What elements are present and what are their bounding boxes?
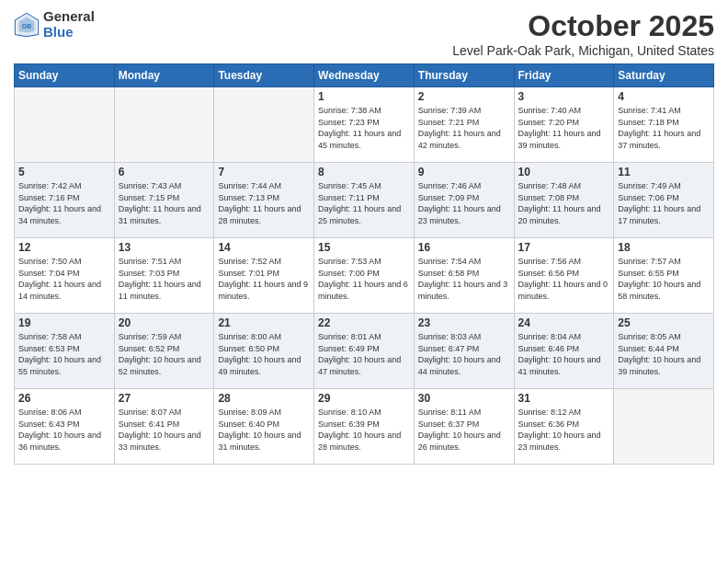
day-number: 19	[18, 316, 110, 329]
calendar-week-row: 12Sunrise: 7:50 AM Sunset: 7:04 PM Dayli…	[15, 238, 714, 314]
calendar-cell: 20Sunrise: 7:59 AM Sunset: 6:52 PM Dayli…	[114, 314, 214, 389]
day-number: 27	[119, 392, 210, 405]
calendar-cell: 24Sunrise: 8:04 AM Sunset: 6:46 PM Dayli…	[514, 314, 614, 389]
day-number: 5	[18, 166, 110, 178]
day-info: Sunrise: 8:09 AM Sunset: 6:40 PM Dayligh…	[218, 407, 310, 453]
col-saturday: Saturday	[614, 64, 714, 87]
day-number: 9	[418, 166, 510, 178]
calendar-cell: 7Sunrise: 7:44 AM Sunset: 7:13 PM Daylig…	[214, 163, 314, 238]
day-number: 7	[218, 166, 310, 178]
day-number: 21	[218, 316, 310, 329]
day-number: 14	[218, 241, 310, 254]
day-number: 4	[618, 90, 710, 103]
day-info: Sunrise: 7:59 AM Sunset: 6:52 PM Dayligh…	[119, 331, 210, 377]
location: Level Park-Oak Park, Michigan, United St…	[452, 43, 714, 58]
day-number: 18	[618, 241, 710, 254]
day-info: Sunrise: 7:46 AM Sunset: 7:09 PM Dayligh…	[418, 180, 510, 226]
day-number: 31	[518, 392, 610, 405]
svg-text:GB: GB	[22, 22, 32, 29]
calendar-cell: 15Sunrise: 7:53 AM Sunset: 7:00 PM Dayli…	[314, 238, 415, 314]
col-wednesday: Wednesday	[314, 64, 415, 87]
calendar-cell: 12Sunrise: 7:50 AM Sunset: 7:04 PM Dayli…	[15, 238, 115, 314]
calendar-cell: 16Sunrise: 7:54 AM Sunset: 6:58 PM Dayli…	[414, 238, 514, 314]
day-info: Sunrise: 7:56 AM Sunset: 6:56 PM Dayligh…	[518, 256, 610, 302]
logo-text: General Blue	[43, 9, 95, 40]
day-number: 8	[318, 166, 410, 178]
calendar-cell: 9Sunrise: 7:46 AM Sunset: 7:09 PM Daylig…	[414, 163, 514, 238]
day-info: Sunrise: 7:40 AM Sunset: 7:20 PM Dayligh…	[518, 105, 610, 151]
day-info: Sunrise: 7:58 AM Sunset: 6:53 PM Dayligh…	[18, 331, 110, 377]
day-number: 17	[518, 241, 610, 254]
day-info: Sunrise: 8:11 AM Sunset: 6:37 PM Dayligh…	[418, 407, 510, 453]
calendar-week-row: 26Sunrise: 8:06 AM Sunset: 6:43 PM Dayli…	[15, 389, 714, 465]
day-info: Sunrise: 7:48 AM Sunset: 7:08 PM Dayligh…	[518, 180, 610, 226]
day-info: Sunrise: 8:05 AM Sunset: 6:44 PM Dayligh…	[618, 331, 710, 377]
day-info: Sunrise: 7:54 AM Sunset: 6:58 PM Dayligh…	[418, 256, 510, 302]
day-info: Sunrise: 7:39 AM Sunset: 7:21 PM Dayligh…	[418, 105, 510, 151]
calendar-week-row: 5Sunrise: 7:42 AM Sunset: 7:16 PM Daylig…	[15, 163, 714, 238]
day-info: Sunrise: 7:57 AM Sunset: 6:55 PM Dayligh…	[618, 256, 710, 302]
day-number: 3	[518, 90, 610, 103]
calendar-cell: 17Sunrise: 7:56 AM Sunset: 6:56 PM Dayli…	[514, 238, 614, 314]
calendar-cell: 23Sunrise: 8:03 AM Sunset: 6:47 PM Dayli…	[414, 314, 514, 389]
col-monday: Monday	[114, 64, 214, 87]
calendar-cell: 19Sunrise: 7:58 AM Sunset: 6:53 PM Dayli…	[15, 314, 115, 389]
header: GB General Blue October 2025 Level Park-…	[14, 9, 714, 58]
day-info: Sunrise: 8:01 AM Sunset: 6:49 PM Dayligh…	[318, 331, 410, 377]
col-sunday: Sunday	[15, 64, 115, 87]
day-info: Sunrise: 8:07 AM Sunset: 6:41 PM Dayligh…	[119, 407, 210, 453]
day-info: Sunrise: 7:41 AM Sunset: 7:18 PM Dayligh…	[618, 105, 710, 151]
day-number: 26	[18, 392, 110, 405]
calendar-cell: 28Sunrise: 8:09 AM Sunset: 6:40 PM Dayli…	[214, 389, 314, 465]
calendar-cell: 29Sunrise: 8:10 AM Sunset: 6:39 PM Dayli…	[314, 389, 415, 465]
page-container: GB General Blue October 2025 Level Park-…	[0, 0, 728, 474]
calendar-cell	[15, 87, 115, 163]
day-info: Sunrise: 8:03 AM Sunset: 6:47 PM Dayligh…	[418, 331, 510, 377]
day-info: Sunrise: 7:52 AM Sunset: 7:01 PM Dayligh…	[218, 256, 310, 302]
col-tuesday: Tuesday	[214, 64, 314, 87]
day-info: Sunrise: 7:53 AM Sunset: 7:00 PM Dayligh…	[318, 256, 410, 302]
calendar-cell: 3Sunrise: 7:40 AM Sunset: 7:20 PM Daylig…	[514, 87, 614, 163]
day-number: 25	[618, 316, 710, 329]
day-number: 16	[418, 241, 510, 254]
day-info: Sunrise: 8:00 AM Sunset: 6:50 PM Dayligh…	[218, 331, 310, 377]
calendar-cell: 10Sunrise: 7:48 AM Sunset: 7:08 PM Dayli…	[514, 163, 614, 238]
calendar-cell: 25Sunrise: 8:05 AM Sunset: 6:44 PM Dayli…	[614, 314, 714, 389]
day-number: 15	[318, 241, 410, 254]
calendar-header-row: Sunday Monday Tuesday Wednesday Thursday…	[15, 64, 714, 87]
day-info: Sunrise: 8:12 AM Sunset: 6:36 PM Dayligh…	[518, 407, 610, 453]
day-info: Sunrise: 8:06 AM Sunset: 6:43 PM Dayligh…	[18, 407, 110, 453]
day-number: 29	[318, 392, 410, 405]
calendar-cell: 6Sunrise: 7:43 AM Sunset: 7:15 PM Daylig…	[114, 163, 214, 238]
day-number: 13	[119, 241, 210, 254]
day-number: 12	[18, 241, 110, 254]
calendar-cell: 26Sunrise: 8:06 AM Sunset: 6:43 PM Dayli…	[15, 389, 115, 465]
calendar-week-row: 19Sunrise: 7:58 AM Sunset: 6:53 PM Dayli…	[15, 314, 714, 389]
day-number: 20	[119, 316, 210, 329]
calendar-cell: 8Sunrise: 7:45 AM Sunset: 7:11 PM Daylig…	[314, 163, 415, 238]
day-number: 1	[318, 90, 410, 103]
logo-icon: GB	[14, 12, 40, 38]
col-friday: Friday	[514, 64, 614, 87]
calendar-cell: 5Sunrise: 7:42 AM Sunset: 7:16 PM Daylig…	[15, 163, 115, 238]
calendar-cell: 27Sunrise: 8:07 AM Sunset: 6:41 PM Dayli…	[114, 389, 214, 465]
calendar-week-row: 1Sunrise: 7:38 AM Sunset: 7:23 PM Daylig…	[15, 87, 714, 163]
calendar-cell	[214, 87, 314, 163]
day-info: Sunrise: 7:45 AM Sunset: 7:11 PM Dayligh…	[318, 180, 410, 226]
col-thursday: Thursday	[414, 64, 514, 87]
day-number: 6	[119, 166, 210, 178]
day-info: Sunrise: 7:51 AM Sunset: 7:03 PM Dayligh…	[119, 256, 210, 302]
day-info: Sunrise: 7:50 AM Sunset: 7:04 PM Dayligh…	[18, 256, 110, 302]
calendar-cell: 11Sunrise: 7:49 AM Sunset: 7:06 PM Dayli…	[614, 163, 714, 238]
calendar-cell: 4Sunrise: 7:41 AM Sunset: 7:18 PM Daylig…	[614, 87, 714, 163]
day-number: 28	[218, 392, 310, 405]
calendar-cell: 1Sunrise: 7:38 AM Sunset: 7:23 PM Daylig…	[314, 87, 415, 163]
day-info: Sunrise: 7:38 AM Sunset: 7:23 PM Dayligh…	[318, 105, 410, 151]
day-info: Sunrise: 7:49 AM Sunset: 7:06 PM Dayligh…	[618, 180, 710, 226]
calendar-cell: 14Sunrise: 7:52 AM Sunset: 7:01 PM Dayli…	[214, 238, 314, 314]
title-block: October 2025 Level Park-Oak Park, Michig…	[452, 9, 714, 58]
calendar-cell: 18Sunrise: 7:57 AM Sunset: 6:55 PM Dayli…	[614, 238, 714, 314]
day-info: Sunrise: 7:42 AM Sunset: 7:16 PM Dayligh…	[18, 180, 110, 226]
day-number: 23	[418, 316, 510, 329]
calendar-cell: 13Sunrise: 7:51 AM Sunset: 7:03 PM Dayli…	[114, 238, 214, 314]
